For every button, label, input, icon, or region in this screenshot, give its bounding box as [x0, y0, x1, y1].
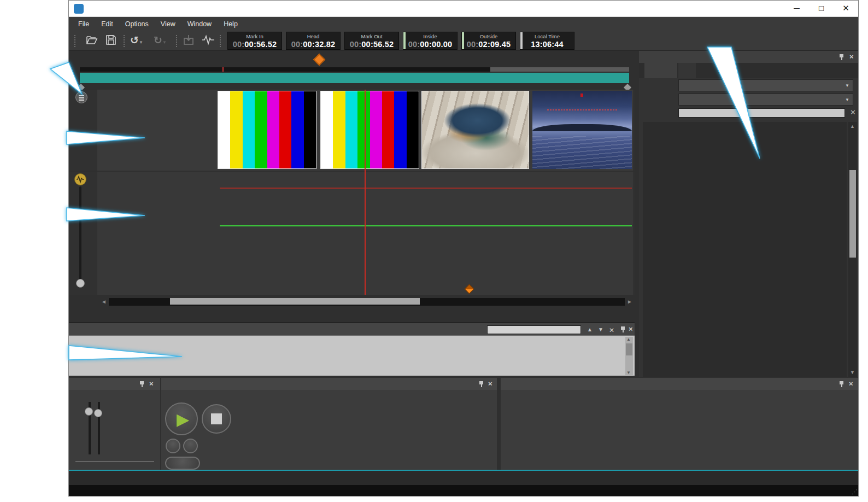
- clipboard-tab-audio[interactable]: [644, 63, 677, 78]
- status-bar: ⋰: [69, 485, 858, 497]
- waveform-tool-icon[interactable]: [201, 34, 215, 48]
- speech-scrollbar[interactable]: ▲ ▼: [625, 337, 633, 375]
- clipboard-scrollbar[interactable]: ▲ ▼: [848, 122, 857, 377]
- time-display-outside[interactable]: Outside00:02:09.45: [461, 32, 516, 50]
- save-icon[interactable]: [105, 34, 117, 48]
- overview-position-bar[interactable]: [80, 73, 629, 83]
- minimize-button[interactable]: ─: [784, 1, 809, 17]
- toolbar-grip2[interactable]: [220, 35, 221, 47]
- time-display-local-time[interactable]: Local Time13:06:44: [520, 32, 574, 50]
- time-display-value: 00:00:32.82: [291, 40, 335, 49]
- clipboard-tab-row: [639, 63, 859, 78]
- menu-item-edit[interactable]: Edit: [95, 18, 119, 30]
- app-icon: [74, 4, 84, 14]
- undo-icon[interactable]: ↺▼: [130, 34, 143, 46]
- toolbar-separator2: [176, 35, 177, 47]
- overview-playhead-marker[interactable]: [313, 54, 326, 66]
- hscroll-thumb[interactable]: [170, 298, 420, 305]
- open-icon[interactable]: [85, 34, 98, 48]
- play-button[interactable]: ▶: [165, 402, 198, 435]
- audio-track-icon[interactable]: [74, 173, 86, 185]
- time-display-mark-out[interactable]: Mark Out00:00:56.52: [344, 32, 399, 50]
- time-display-inside[interactable]: Inside00:00:00.00: [403, 32, 458, 50]
- close-button[interactable]: ✕: [834, 1, 858, 17]
- picture-colorbars-1[interactable]: [218, 91, 316, 169]
- transport-close-icon[interactable]: ×: [488, 380, 492, 388]
- speech-panel-header: ▲ ▼ ✕ ×: [69, 322, 635, 335]
- picture-colorbars-2[interactable]: [320, 91, 419, 169]
- clipboard-header[interactable]: ×: [639, 51, 859, 63]
- toolbar-separator: [124, 35, 125, 47]
- clipboard-close-icon[interactable]: ×: [849, 52, 854, 61]
- time-display-head[interactable]: Head00:00:32.82: [286, 32, 341, 50]
- overview-bar[interactable]: [80, 67, 629, 72]
- clip-level-line: [220, 188, 632, 189]
- resize-grip[interactable]: ⋰: [852, 488, 858, 495]
- time-display-label: Inside: [403, 33, 457, 39]
- stop-button[interactable]: [202, 404, 231, 434]
- page: ─ □ ✕ FileEditOptionsViewWindowHelp ↺▼ ↻…: [0, 0, 868, 502]
- clipboard-scroll-down-icon[interactable]: ▼: [850, 370, 855, 375]
- sort-order-select[interactable]: ▼: [678, 79, 853, 91]
- clipboard-scroll-up-icon[interactable]: ▲: [850, 124, 855, 129]
- search-next-icon[interactable]: ▼: [598, 326, 603, 332]
- menu-item-window[interactable]: Window: [181, 18, 218, 30]
- maximize-button[interactable]: □: [809, 1, 834, 17]
- speech-close-icon[interactable]: ×: [629, 325, 633, 333]
- clipboard-search-input[interactable]: [678, 108, 845, 118]
- time-display-mark-in[interactable]: Mark In00:00:56.52: [227, 32, 282, 50]
- filter-select[interactable]: ▼: [678, 94, 853, 106]
- edit-tools-pin-icon[interactable]: [838, 381, 844, 387]
- stop-icon: [211, 413, 222, 424]
- scroll-left-icon[interactable]: ◄: [101, 299, 107, 305]
- transport-pin-icon[interactable]: [478, 381, 484, 387]
- edit-tools-close-icon[interactable]: ×: [849, 380, 853, 388]
- fader-left-knob[interactable]: [85, 407, 93, 416]
- clipboard-search-clear-icon[interactable]: ✕: [850, 108, 856, 116]
- menu-item-view[interactable]: View: [155, 18, 181, 30]
- speech-text-area[interactable]: ▲ ▼: [69, 335, 635, 376]
- audio-fader-knob[interactable]: [76, 279, 85, 288]
- chevron-down-icon: ▼: [845, 83, 849, 88]
- skip-back-button[interactable]: [166, 439, 180, 453]
- scrub-button[interactable]: [165, 457, 200, 470]
- playhead-line[interactable]: [365, 90, 366, 295]
- time-display-value: 00:00:56.52: [350, 40, 394, 49]
- skip-forward-button[interactable]: [183, 439, 198, 453]
- picture-track[interactable]: [69, 90, 635, 171]
- fader-right-knob[interactable]: [94, 409, 102, 417]
- menu-bar: FileEditOptionsViewWindowHelp: [69, 17, 858, 31]
- menu-item-file[interactable]: File: [72, 18, 95, 30]
- search-prev-icon[interactable]: ▲: [587, 326, 593, 332]
- clipboard-panel: × ▼ ▼ ✕ ▲ ▼: [639, 51, 859, 377]
- speech-scroll-up-icon[interactable]: ▲: [626, 337, 631, 342]
- title-bar[interactable]: ─ □ ✕: [69, 1, 858, 17]
- time-display-value: 13:06:44: [531, 40, 564, 49]
- picture-digasystem[interactable]: [532, 91, 632, 169]
- transport-panel-header: ×: [161, 378, 497, 390]
- fader-close-icon[interactable]: ×: [149, 380, 154, 388]
- speech-scroll-down-icon[interactable]: ▼: [626, 370, 631, 375]
- import-icon[interactable]: [183, 34, 195, 48]
- speech-pin-icon[interactable]: [620, 326, 626, 332]
- speech-search-input[interactable]: [487, 325, 581, 334]
- clipboard-pin-icon[interactable]: [838, 54, 844, 60]
- clipboard-add-tab-button[interactable]: [678, 63, 696, 78]
- volume-line[interactable]: [220, 225, 632, 226]
- fader-pin-icon[interactable]: [139, 381, 145, 387]
- hamburger-menu-button[interactable]: [75, 91, 87, 103]
- out-db-label: [75, 462, 154, 463]
- picture-lizard[interactable]: [421, 91, 529, 169]
- redo-icon[interactable]: ↻▼: [154, 34, 167, 46]
- menu-item-help[interactable]: Help: [218, 18, 244, 30]
- audio-fader-track[interactable]: [79, 186, 81, 284]
- horizontal-scrollbar[interactable]: ◄ ►: [100, 297, 634, 306]
- scroll-right-icon[interactable]: ►: [627, 299, 632, 305]
- time-display-value: 00:02:09.45: [467, 40, 511, 49]
- chevron-down-icon2: ▼: [845, 97, 849, 102]
- toolbar-grip[interactable]: [74, 35, 75, 47]
- search-clear-icon[interactable]: ✕: [609, 326, 614, 334]
- clipboard-scroll-thumb[interactable]: [849, 170, 856, 258]
- waveform[interactable]: [220, 227, 632, 288]
- menu-item-options[interactable]: Options: [119, 18, 155, 30]
